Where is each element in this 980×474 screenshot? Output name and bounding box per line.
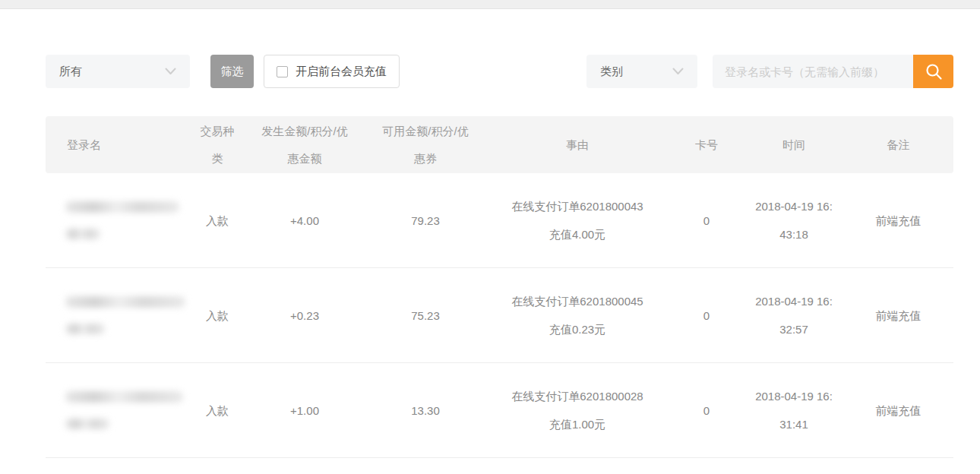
- search-input[interactable]: [713, 55, 913, 88]
- available-cell: 75.23: [365, 268, 486, 363]
- card-number-cell: 0: [669, 458, 744, 474]
- table-header-row: 登录名 交易种 类 发生金额/积分/优 惠金额 可用金额/积分/优 惠券 事由 …: [46, 116, 953, 173]
- login-cell: [46, 458, 190, 474]
- available-cell: 12.30: [365, 458, 486, 474]
- type-filter-select[interactable]: 所有: [46, 55, 190, 88]
- card-number-cell: 0: [669, 268, 744, 363]
- card-number-cell: 0: [669, 363, 744, 458]
- login-name-redacted: [65, 391, 190, 429]
- table-row: 入款 +0.10 12.30 充值订单6201800048充值 0 2018-0…: [46, 458, 953, 474]
- top-divider-strip: [0, 0, 980, 9]
- filter-button[interactable]: 筛选: [210, 55, 254, 88]
- chevron-down-icon: [672, 68, 684, 75]
- table-row: 入款 +4.00 79.23 在线支付订单6201800043 充值4.00元 …: [46, 173, 953, 268]
- note-cell: 前端充值: [843, 268, 953, 363]
- recharge-records-page: 所有 筛选 开启前台会员充值 类别: [0, 55, 980, 474]
- reason-cell: 在线支付订单6201800045 充值0.23元: [486, 268, 669, 363]
- header-note: 备注: [843, 116, 953, 173]
- header-amount: 发生金额/积分/优 惠金额: [245, 116, 365, 173]
- available-cell: 79.23: [365, 173, 486, 268]
- note-cell: 前端充值: [843, 363, 953, 458]
- login-cell: [46, 173, 190, 268]
- header-login: 登录名: [46, 116, 190, 173]
- type-filter-value: 所有: [59, 65, 82, 79]
- reason-cell: 在线支付订单6201800028 充值1.00元: [486, 363, 669, 458]
- checkbox-unchecked-icon[interactable]: [277, 66, 288, 77]
- toolbar-right-group: 类别: [586, 55, 953, 88]
- header-card-number: 卡号: [669, 116, 744, 173]
- reason-cell: 在线支付订单6201800043 充值4.00元: [486, 173, 669, 268]
- time-cell: 2018-04-19 16: 43:18: [744, 173, 843, 268]
- chevron-down-icon: [165, 68, 176, 75]
- login-name-redacted: [65, 296, 190, 334]
- header-time: 时间: [744, 116, 843, 173]
- amount-cell: +4.00: [245, 173, 365, 268]
- available-cell: 13.30: [365, 363, 486, 458]
- recharge-records-table: 登录名 交易种 类 发生金额/积分/优 惠金额 可用金额/积分/优 惠券 事由 …: [46, 116, 953, 474]
- magnifier-icon: [925, 62, 943, 81]
- category-filter-select[interactable]: 类别: [586, 55, 697, 88]
- search-button[interactable]: [913, 55, 953, 88]
- note-cell: 前端充值: [843, 173, 953, 268]
- amount-cell: +0.10: [245, 458, 365, 474]
- transaction-type-cell: 入款: [190, 268, 245, 363]
- login-cell: [46, 268, 190, 363]
- time-cell: 2018-04-19 16: 32:57: [744, 268, 843, 363]
- amount-cell: +1.00: [245, 363, 365, 458]
- login-cell: [46, 363, 190, 458]
- transaction-type-cell: 入款: [190, 458, 245, 474]
- front-recharge-label: 开启前台会员充值: [296, 65, 387, 79]
- category-filter-value: 类别: [600, 65, 623, 79]
- transaction-type-cell: 入款: [190, 173, 245, 268]
- table-row: 入款 +1.00 13.30 在线支付订单6201800028 充值1.00元 …: [46, 363, 953, 458]
- toolbar: 所有 筛选 开启前台会员充值 类别: [46, 55, 953, 88]
- header-reason: 事由: [486, 116, 669, 173]
- time-cell: 2018-04-19 14: 51:11: [744, 458, 843, 474]
- reason-cell: 充值订单6201800048充值: [486, 458, 669, 474]
- header-transaction-type: 交易种 类: [190, 116, 245, 173]
- login-name-redacted: [65, 201, 190, 239]
- header-available: 可用金额/积分/优 惠券: [365, 116, 486, 173]
- table-row: 入款 +0.23 75.23 在线支付订单6201800045 充值0.23元 …: [46, 268, 953, 363]
- card-number-cell: 0: [669, 173, 744, 268]
- time-cell: 2018-04-19 16: 31:41: [744, 363, 843, 458]
- note-cell: 前端充值: [843, 458, 953, 474]
- front-recharge-toggle[interactable]: 开启前台会员充值: [264, 55, 400, 88]
- search-group: [713, 55, 953, 88]
- transaction-type-cell: 入款: [190, 363, 245, 458]
- amount-cell: +0.23: [245, 268, 365, 363]
